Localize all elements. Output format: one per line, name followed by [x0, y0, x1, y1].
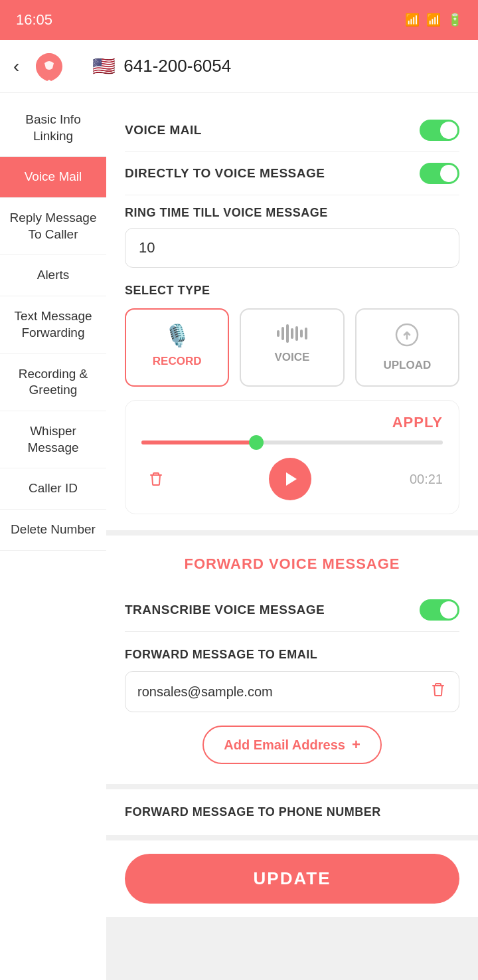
update-button-wrapper: UPDATE [106, 840, 478, 917]
directly-to-voice-toggle-row: DIRECTLY TO VOICE MESSAGE [125, 152, 459, 195]
type-btn-upload[interactable]: UPLOAD [355, 308, 459, 387]
microphone-icon: 🎙️ [164, 323, 191, 348]
transcribe-label: TRANSCRIBE VOICE MESSAGE [125, 603, 325, 617]
sidebar-item-basic-info-linking[interactable]: Basic Info Linking [0, 100, 106, 157]
forward-voice-title: FORWARD VOICE MESSAGE [125, 555, 459, 573]
delete-recording-button[interactable] [141, 464, 171, 494]
ring-time-label: RING TIME TILL VOICE MESSAGE [125, 206, 459, 220]
forward-email-label: FORWARD MESSAGE TO EMAIL [125, 648, 459, 662]
sidebar: Basic Info Linking Voice Mail Reply Mess… [0, 93, 106, 980]
plus-icon: + [352, 736, 360, 753]
app-logo [33, 50, 66, 83]
status-bar: 16:05 📶 📶 🔋 [0, 0, 478, 40]
voice-mail-toggle[interactable] [420, 120, 459, 141]
type-buttons-row: 🎙️ RECORD [125, 308, 459, 387]
audio-player: APPLY [125, 400, 459, 514]
directly-to-voice-toggle[interactable] [420, 163, 459, 184]
play-button[interactable] [269, 458, 311, 500]
type-btn-voice[interactable]: VOICE [240, 308, 344, 387]
apply-button[interactable]: APPLY [392, 414, 443, 431]
voice-mail-section: VOICE MAIL DIRECTLY TO VOICE MESSAGE RIN… [106, 93, 478, 536]
sidebar-item-recording-greeting[interactable]: Recording & Greeting [0, 354, 106, 411]
signal-icon: 📶 [426, 13, 441, 27]
content-area: VOICE MAIL DIRECTLY TO VOICE MESSAGE RIN… [106, 93, 478, 980]
add-email-label: Add Email Address [224, 737, 345, 753]
transcribe-toggle-row: TRANSCRIBE VOICE MESSAGE [125, 589, 459, 632]
sidebar-item-caller-id[interactable]: Caller ID [0, 468, 106, 510]
country-flag: 🇺🇸 [92, 55, 116, 77]
forward-voice-section: FORWARD VOICE MESSAGE TRANSCRIBE VOICE M… [106, 536, 478, 789]
forward-phone-label: FORWARD MESSAGE TO PHONE NUMBER [125, 805, 459, 819]
delete-email-button[interactable] [430, 681, 447, 702]
add-email-button[interactable]: Add Email Address + [202, 726, 382, 764]
sidebar-item-voice-mail[interactable]: Voice Mail [0, 157, 106, 198]
phone-number: 641-200-6054 [123, 56, 231, 76]
progress-thumb [249, 435, 264, 450]
sidebar-item-alerts[interactable]: Alerts [0, 255, 106, 296]
sidebar-item-delete-number[interactable]: Delete Number [0, 510, 106, 551]
voice-mail-toggle-row: VOICE MAIL [125, 109, 459, 152]
transcribe-toggle[interactable] [420, 599, 459, 621]
sidebar-item-whisper-message[interactable]: Whisper Message [0, 411, 106, 468]
sidebar-item-text-message-forwarding[interactable]: Text Message Forwarding [0, 296, 106, 353]
status-icons: 📶 📶 🔋 [405, 13, 462, 27]
player-controls: 00:21 [141, 458, 443, 500]
record-label: RECORD [153, 355, 202, 368]
type-btn-record[interactable]: 🎙️ RECORD [125, 308, 229, 387]
directly-to-voice-label: DIRECTLY TO VOICE MESSAGE [125, 166, 325, 181]
main-layout: Basic Info Linking Voice Mail Reply Mess… [0, 93, 478, 980]
wifi-icon: 📶 [405, 13, 420, 27]
ring-time-input[interactable] [125, 228, 459, 268]
email-value: ronsales@sample.com [137, 684, 430, 700]
progress-fill [141, 441, 256, 444]
upload-icon [395, 323, 419, 352]
waveform-icon [277, 323, 307, 344]
voice-label: VOICE [275, 351, 310, 364]
audio-duration: 00:21 [410, 472, 443, 487]
select-type-label: SELECT TYPE [125, 284, 459, 298]
svg-marker-1 [286, 472, 297, 486]
status-time: 16:05 [16, 11, 52, 29]
header: ‹ 🇺🇸 641-200-6054 [0, 40, 478, 93]
battery-icon: 🔋 [447, 13, 462, 27]
email-row: ronsales@sample.com [125, 671, 459, 712]
progress-bar[interactable] [141, 441, 443, 444]
phone-info: 🇺🇸 641-200-6054 [92, 55, 231, 77]
back-button[interactable]: ‹ [13, 56, 19, 77]
voice-mail-label: VOICE MAIL [125, 123, 202, 138]
update-button[interactable]: UPDATE [125, 854, 459, 904]
upload-label: UPLOAD [383, 359, 431, 372]
sidebar-item-reply-message-to-caller[interactable]: Reply Message To Caller [0, 198, 106, 255]
forward-phone-section: FORWARD MESSAGE TO PHONE NUMBER [106, 789, 478, 840]
